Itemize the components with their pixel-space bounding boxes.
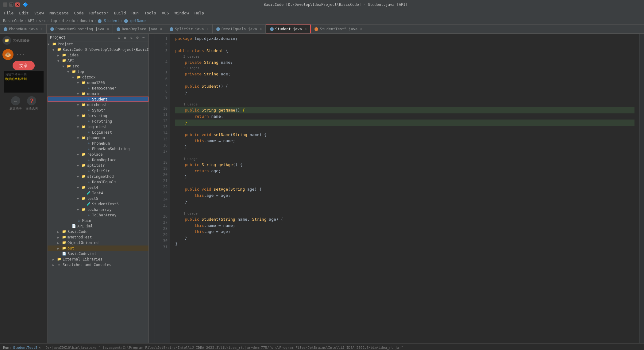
tree-idea[interactable]: ▶ 📁 .idea	[48, 52, 148, 58]
menu-code[interactable]: Code	[72, 10, 86, 16]
menu-tools[interactable]: Tools	[142, 10, 159, 16]
menu-help[interactable]: Help	[192, 10, 206, 16]
minimize-panel-icon[interactable]: −	[141, 35, 146, 40]
tab-close-splitstr[interactable]: ×	[206, 27, 209, 31]
tree-test4-folder[interactable]: ▼ 📁 test4	[48, 185, 148, 190]
menu-navigate[interactable]: Navigate	[47, 10, 71, 16]
tree-domain[interactable]: ▼ 📁 domain	[48, 91, 148, 97]
tab-close-demo1equals[interactable]: ×	[260, 27, 262, 31]
tree-duichenstr[interactable]: ▼ 📁 duichenstr	[48, 102, 148, 108]
tree-test5-folder[interactable]: ▼ 📁 test5	[48, 196, 148, 201]
tree-forstring-folder[interactable]: ▼ 📁 forstring	[48, 113, 148, 119]
menu-run[interactable]: Run	[129, 10, 141, 16]
code-line-28: this.age = age;	[175, 229, 634, 235]
help-write[interactable]: ✏️ 发文助手	[10, 96, 22, 111]
tree-api-iml[interactable]: ▶ 📄 API.iml	[48, 223, 148, 229]
tab-close-phonenum[interactable]: ×	[40, 27, 43, 31]
tab-demoreplace[interactable]: DemoReplace.java ×	[113, 25, 166, 33]
tab-phonenumsubstring[interactable]: PhoneNumSubstring.java ×	[47, 25, 113, 33]
tree-scratches-consoles[interactable]: ▶ ≡ Scratches and Consoles	[48, 262, 148, 268]
tree-demoreplace[interactable]: ▶ ☕ DemoReplace	[48, 157, 148, 163]
code-line-18: public String getAge() {	[175, 162, 634, 168]
tree-tochararray[interactable]: ▶ ☕ ToCharArray	[48, 212, 148, 218]
tree-logintest[interactable]: ▶ ☕ LoginTest	[48, 130, 148, 135]
run-close-icon[interactable]: ×	[39, 346, 41, 350]
csdn-folder-icon[interactable]: 📁	[2, 36, 11, 45]
run-tab-label[interactable]: StudentTest5	[13, 346, 37, 350]
tab-demo1equals[interactable]: Demo1Equals.java ×	[213, 25, 266, 33]
tree-demoscanner[interactable]: ▶ ☕ DemoScanner	[48, 86, 148, 91]
tree-replace-folder[interactable]: ▼ 📁 replace	[48, 152, 148, 157]
close-button[interactable]: ✕	[15, 2, 20, 7]
sort-icon[interactable]: ⇅	[129, 35, 134, 40]
tab-phonenum[interactable]: PhoneNum.java ×	[0, 25, 47, 33]
breadcrumb-src[interactable]: src	[39, 19, 46, 23]
article-label[interactable]: 文章	[13, 61, 35, 70]
menu-vcs[interactable]: VCS	[159, 10, 171, 16]
menu-build[interactable]: Build	[112, 10, 129, 16]
right-scroll-gutter[interactable]	[639, 34, 644, 343]
tree-demo1206[interactable]: ▼ 📁 demo1206	[48, 80, 148, 86]
tree-test4[interactable]: ▶ 🧪 Test4	[48, 190, 148, 196]
tree-main[interactable]: ▶ ☕ Main	[48, 218, 148, 223]
tree-src[interactable]: ▼ 📂 src	[48, 63, 148, 69]
settings-icon[interactable]: ⚙	[117, 35, 121, 40]
tab-close-studenttest5[interactable]: ×	[360, 27, 362, 31]
breadcrumb-basiccode[interactable]: BasicCode	[3, 19, 23, 23]
tree-api[interactable]: ▼ 📁 API	[48, 58, 148, 63]
menu-view[interactable]: View	[32, 10, 46, 16]
tab-close-phonenumsubstring[interactable]: ×	[107, 27, 109, 31]
gear-icon[interactable]: ⚙	[135, 35, 140, 40]
breadcrumb-api[interactable]: API	[28, 19, 34, 23]
code-line-12: }	[175, 120, 634, 126]
tree-external-libraries[interactable]: ▶ 📁 External Libraries	[48, 257, 148, 262]
breadcrumb-top[interactable]: top	[50, 19, 57, 23]
tree-logintest-folder[interactable]: ▼ 📁 logintest	[48, 124, 148, 130]
article-button[interactable]: 文章	[13, 63, 35, 69]
breadcrumb-djzxdx[interactable]: djzxdx	[62, 19, 75, 23]
tree-stringmethod-folder[interactable]: ▼ 📁 stringmethod	[48, 174, 148, 179]
tree-student[interactable]: ▶ ☕ Student	[48, 97, 148, 102]
more-options-icon[interactable]: ···	[16, 52, 25, 58]
tree-phonenumsubstring[interactable]: ▶ ☕ PhoneNumSubstring	[48, 146, 148, 152]
menu-refactor[interactable]: Refactor	[87, 10, 111, 16]
tab-studenttest5[interactable]: StudentTest5.java ×	[311, 25, 366, 33]
code-content[interactable]: package top.djzxdx.domain; public class …	[170, 34, 639, 343]
breadcrumb-domain[interactable]: domain	[80, 19, 93, 23]
menu-file[interactable]: File	[2, 10, 16, 16]
user-avatar[interactable]: 🐵	[2, 49, 13, 60]
tree-top[interactable]: ▼ 📁 top	[48, 69, 148, 74]
tree-tochararray-folder[interactable]: ▼ 📁 tochararray	[48, 207, 148, 212]
tab-student[interactable]: Student.java ×	[266, 25, 311, 33]
tree-basiccode-iml[interactable]: ▶ 📄 BasicCode.iml	[48, 251, 148, 257]
hint-1usage-constructor: 1 usage	[175, 211, 634, 216]
layout-icon[interactable]: ≡	[123, 35, 128, 40]
tree-demo1equals[interactable]: ▶ ☕ Demo1Equals	[48, 179, 148, 185]
window-controls[interactable]: — ☐ ✕	[3, 2, 20, 7]
tree-objectoriented[interactable]: ▶ 📁 ObjectOriented	[48, 240, 148, 245]
tree-forstring[interactable]: ▶ ☕ ForString	[48, 119, 148, 124]
help-grammar[interactable]: ❓ 语法说明	[25, 96, 38, 111]
tree-project-root[interactable]: ▼ 📁 Project	[48, 41, 148, 47]
tree-out[interactable]: ▶ 📁 out	[48, 245, 148, 251]
tree-djzxdx[interactable]: ▼ 📁 djzxdx	[48, 74, 148, 80]
tree-studenttest5[interactable]: ▶ 🧪 StudentTest5	[48, 201, 148, 207]
code-line-22: public void setAge(String age) {	[175, 186, 634, 192]
menu-window[interactable]: Window	[172, 10, 191, 16]
tree-splitstr[interactable]: ▶ ☕ SplitStr	[48, 168, 148, 174]
minimize-button[interactable]: —	[3, 2, 7, 7]
tree-mmethodtest[interactable]: ▶ 📁 mMethodTest	[48, 234, 148, 240]
tab-close-demoreplace[interactable]: ×	[160, 27, 162, 31]
tree-symstr[interactable]: ▶ ☕ SymStr	[48, 108, 148, 113]
breadcrumb-getname[interactable]: ⬤ getName	[124, 19, 146, 23]
tree-basiccode2[interactable]: ▶ 📁 BasicCode	[48, 229, 148, 234]
menu-edit[interactable]: Edit	[17, 10, 31, 16]
tree-basiccode-root[interactable]: ▼ 📁 BasicCode D:\Develop\IdeaProject\Bas…	[48, 47, 148, 52]
tree-phonenum-folder[interactable]: ▼ 📁 phonenum	[48, 135, 148, 141]
tab-splitstr[interactable]: SplitStr.java ×	[166, 25, 213, 33]
maximize-button[interactable]: ☐	[9, 2, 13, 7]
breadcrumb-student[interactable]: ⬤ Student	[98, 19, 119, 23]
tab-close-student[interactable]: ×	[305, 27, 307, 31]
tree-phonenum[interactable]: ▶ ☕ PhoneNum	[48, 141, 148, 146]
tree-splitstr-folder[interactable]: ▼ 📁 splitstr	[48, 163, 148, 168]
